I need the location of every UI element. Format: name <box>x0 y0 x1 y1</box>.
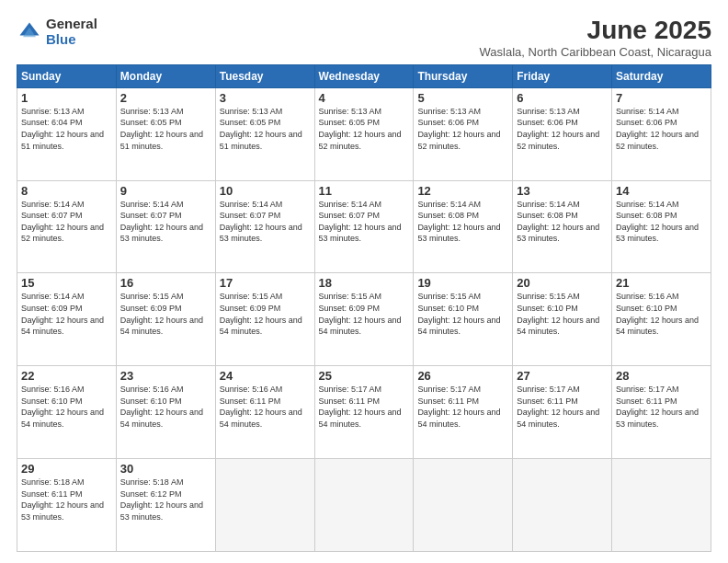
table-row: 10Sunrise: 5:14 AMSunset: 6:07 PMDayligh… <box>215 180 314 273</box>
table-row: 9Sunrise: 5:14 AMSunset: 6:07 PMDaylight… <box>116 180 215 273</box>
table-row <box>612 459 711 552</box>
table-row: 15Sunrise: 5:14 AMSunset: 6:09 PMDayligh… <box>17 273 117 366</box>
table-row: 26Sunrise: 5:17 AMSunset: 6:11 PMDayligh… <box>414 366 513 459</box>
logo-general-text: General <box>46 17 97 32</box>
table-row <box>513 459 612 552</box>
page: General Blue June 2025 Waslala, North Ca… <box>0 0 728 563</box>
table-row: 5Sunrise: 5:13 AMSunset: 6:06 PMDaylight… <box>414 87 513 180</box>
table-row: 23Sunrise: 5:16 AMSunset: 6:10 PMDayligh… <box>116 366 215 459</box>
col-thursday: Thursday <box>414 64 513 87</box>
location: Waslala, North Caribbean Coast, Nicaragu… <box>480 45 711 59</box>
col-wednesday: Wednesday <box>314 64 414 87</box>
month-title: June 2025 <box>480 17 711 45</box>
col-sunday: Sunday <box>17 64 117 87</box>
logo-text: General Blue <box>46 17 97 47</box>
table-row: 19Sunrise: 5:15 AMSunset: 6:10 PMDayligh… <box>414 273 513 366</box>
table-row: 12Sunrise: 5:14 AMSunset: 6:08 PMDayligh… <box>414 180 513 273</box>
table-row: 13Sunrise: 5:14 AMSunset: 6:08 PMDayligh… <box>513 180 612 273</box>
table-row: 3Sunrise: 5:13 AMSunset: 6:05 PMDaylight… <box>215 87 314 180</box>
table-row: 29Sunrise: 5:18 AMSunset: 6:11 PMDayligh… <box>17 459 117 552</box>
table-row: 8Sunrise: 5:14 AMSunset: 6:07 PMDaylight… <box>17 180 117 273</box>
calendar-header-row: Sunday Monday Tuesday Wednesday Thursday… <box>17 64 711 87</box>
table-row: 27Sunrise: 5:17 AMSunset: 6:11 PMDayligh… <box>513 366 612 459</box>
col-monday: Monday <box>116 64 215 87</box>
table-row: 17Sunrise: 5:15 AMSunset: 6:09 PMDayligh… <box>215 273 314 366</box>
table-row: 4Sunrise: 5:13 AMSunset: 6:05 PMDaylight… <box>314 87 414 180</box>
table-row: 30Sunrise: 5:18 AMSunset: 6:12 PMDayligh… <box>116 459 215 552</box>
table-row <box>414 459 513 552</box>
table-row <box>314 459 414 552</box>
logo-blue-text: Blue <box>46 32 97 48</box>
title-block: June 2025 Waslala, North Caribbean Coast… <box>480 17 711 59</box>
header: General Blue June 2025 Waslala, North Ca… <box>17 17 711 59</box>
table-row: 2Sunrise: 5:13 AMSunset: 6:05 PMDaylight… <box>116 87 215 180</box>
table-row: 28Sunrise: 5:17 AMSunset: 6:11 PMDayligh… <box>612 366 711 459</box>
table-row: 21Sunrise: 5:16 AMSunset: 6:10 PMDayligh… <box>612 273 711 366</box>
table-row: 7Sunrise: 5:14 AMSunset: 6:06 PMDaylight… <box>612 87 711 180</box>
table-row: 24Sunrise: 5:16 AMSunset: 6:11 PMDayligh… <box>215 366 314 459</box>
table-row: 18Sunrise: 5:15 AMSunset: 6:09 PMDayligh… <box>314 273 414 366</box>
col-saturday: Saturday <box>612 64 711 87</box>
table-row: 11Sunrise: 5:14 AMSunset: 6:07 PMDayligh… <box>314 180 414 273</box>
table-row <box>215 459 314 552</box>
col-tuesday: Tuesday <box>215 64 314 87</box>
table-row: 1Sunrise: 5:13 AMSunset: 6:04 PMDaylight… <box>17 87 117 180</box>
table-row: 22Sunrise: 5:16 AMSunset: 6:10 PMDayligh… <box>17 366 117 459</box>
table-row: 6Sunrise: 5:13 AMSunset: 6:06 PMDaylight… <box>513 87 612 180</box>
table-row: 16Sunrise: 5:15 AMSunset: 6:09 PMDayligh… <box>116 273 215 366</box>
table-row: 20Sunrise: 5:15 AMSunset: 6:10 PMDayligh… <box>513 273 612 366</box>
logo: General Blue <box>17 17 97 47</box>
logo-icon <box>17 19 42 45</box>
table-row: 14Sunrise: 5:14 AMSunset: 6:08 PMDayligh… <box>612 180 711 273</box>
table-row: 25Sunrise: 5:17 AMSunset: 6:11 PMDayligh… <box>314 366 414 459</box>
col-friday: Friday <box>513 64 612 87</box>
calendar-table: Sunday Monday Tuesday Wednesday Thursday… <box>17 64 711 552</box>
